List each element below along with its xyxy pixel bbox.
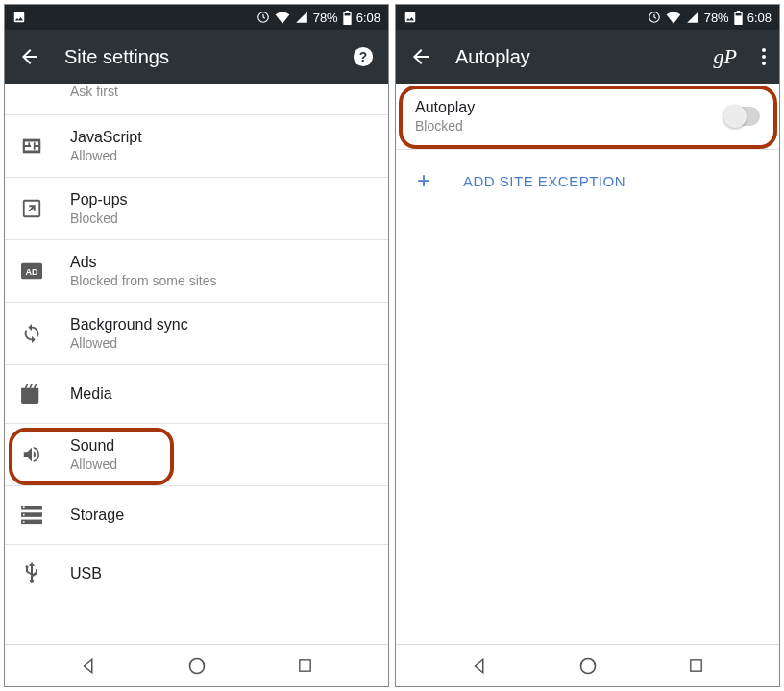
signal-icon	[295, 11, 308, 24]
svg-rect-1	[344, 12, 350, 14]
battery-icon	[343, 11, 352, 25]
list-item-javascript[interactable]: JavaScript Allowed	[5, 115, 388, 177]
list-label: Sound	[70, 437, 373, 455]
svg-point-15	[189, 658, 204, 673]
svg-point-14	[23, 521, 25, 523]
ads-icon: AD	[20, 259, 43, 283]
list-sub: Allowed	[70, 457, 373, 472]
list-sub: Blocked	[70, 210, 373, 226]
svg-text:AD: AD	[25, 267, 38, 277]
android-nav-bar	[396, 644, 779, 686]
status-bar: 78% 6:08	[5, 5, 388, 30]
help-icon[interactable]: ?	[352, 45, 375, 68]
javascript-icon	[20, 135, 43, 158]
list-label: Media	[70, 385, 373, 403]
list-sub: Allowed	[70, 148, 373, 163]
more-menu-icon[interactable]	[762, 48, 766, 65]
add-exception-label: ADD SITE EXCEPTION	[463, 173, 625, 189]
wifi-icon	[666, 11, 681, 24]
svg-rect-16	[300, 660, 310, 671]
nav-home-icon[interactable]	[576, 654, 600, 678]
nav-home-icon[interactable]	[185, 654, 208, 678]
list-item-ask-first[interactable]: Ask first	[5, 84, 388, 114]
list-item-popups[interactable]: Pop-ups Blocked	[5, 178, 388, 239]
nav-recent-icon[interactable]	[685, 654, 708, 678]
list-sub: Ask first	[70, 84, 373, 99]
image-notification-icon	[12, 11, 26, 24]
list-sub: Blocked from some sites	[70, 273, 373, 288]
plus-icon: +	[415, 167, 432, 194]
battery-percent: 78%	[704, 11, 729, 25]
image-notification-icon	[404, 11, 417, 24]
autoplay-content: Autoplay Blocked + ADD SITE EXCEPTION	[396, 84, 779, 644]
nav-back-icon[interactable]	[468, 654, 491, 678]
add-site-exception[interactable]: + ADD SITE EXCEPTION	[396, 150, 779, 211]
list-label: Storage	[70, 506, 373, 524]
page-title: Autoplay	[455, 46, 691, 68]
list-item-sound[interactable]: Sound Allowed	[5, 424, 388, 485]
sync-icon	[20, 322, 43, 345]
svg-point-13	[23, 514, 25, 516]
storage-icon	[20, 504, 43, 527]
list-sub: Allowed	[70, 335, 373, 351]
update-icon	[648, 11, 661, 24]
back-icon[interactable]	[18, 45, 41, 68]
list-label: Ads	[70, 254, 373, 271]
wifi-icon	[275, 11, 290, 24]
clock-text: 6:08	[747, 11, 772, 25]
autoplay-toggle-row[interactable]: Autoplay Blocked	[396, 84, 779, 149]
gp-watermark: gP	[714, 44, 737, 69]
svg-rect-18	[735, 12, 741, 14]
nav-back-icon[interactable]	[77, 654, 100, 678]
usb-icon	[20, 562, 43, 585]
list-label: Background sync	[70, 316, 373, 333]
toggle-sub: Blocked	[415, 118, 697, 134]
list-item-usb[interactable]: USB	[5, 545, 388, 603]
media-icon	[20, 383, 43, 406]
clock-text: 6:08	[356, 11, 380, 25]
battery-icon	[734, 11, 743, 25]
sound-icon	[20, 443, 43, 466]
nav-recent-icon[interactable]	[294, 654, 317, 678]
settings-list: Ask first JavaScript Allowed Pop-ups Blo…	[5, 84, 388, 644]
svg-rect-20	[691, 660, 701, 671]
autoplay-toggle[interactable]	[723, 107, 760, 126]
phone-right: 78% 6:08 Autoplay gP Autoplay Blocked + …	[395, 4, 780, 687]
toggle-label: Autoplay	[415, 99, 697, 116]
svg-point-12	[23, 506, 25, 508]
app-bar: Autoplay gP	[396, 30, 779, 84]
list-item-ads[interactable]: AD Ads Blocked from some sites	[5, 240, 388, 302]
update-icon	[257, 11, 270, 24]
list-item-background-sync[interactable]: Background sync Allowed	[5, 303, 388, 364]
list-item-media[interactable]: Media	[5, 365, 388, 423]
android-nav-bar	[5, 644, 388, 686]
back-icon[interactable]	[409, 45, 432, 68]
phone-left: 78% 6:08 Site settings ? Ask first	[4, 4, 389, 687]
page-title: Site settings	[64, 46, 329, 68]
svg-point-19	[580, 658, 595, 673]
list-label: JavaScript	[70, 129, 373, 146]
svg-text:?: ?	[359, 50, 367, 64]
list-label: Pop-ups	[70, 191, 373, 209]
list-item-storage[interactable]: Storage	[5, 486, 388, 544]
status-bar: 78% 6:08	[396, 5, 779, 30]
battery-percent: 78%	[313, 11, 338, 25]
list-label: USB	[70, 565, 373, 582]
popups-icon	[20, 197, 43, 220]
signal-icon	[686, 11, 699, 24]
app-bar: Site settings ?	[5, 30, 388, 84]
